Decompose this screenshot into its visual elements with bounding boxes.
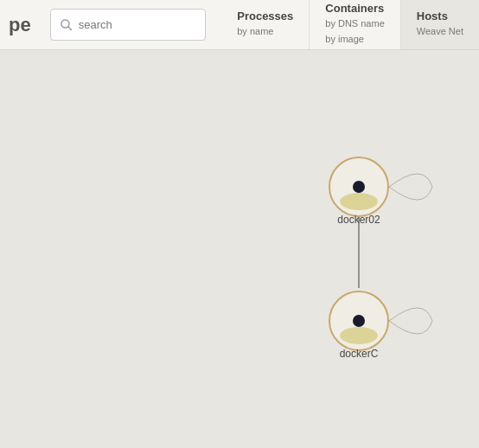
nav-section-title-processes: Processes: [237, 10, 293, 22]
svg-point-4: [353, 181, 365, 193]
nav-items: Processes by name Containers by DNS name…: [221, 0, 479, 49]
brand-text: pe: [9, 14, 31, 36]
nav-section-title-hosts: Hosts: [417, 10, 463, 22]
node-dockerC[interactable]: [329, 291, 432, 350]
nav-section-hosts[interactable]: Hosts Weave Net: [401, 0, 479, 49]
node-label-docker02: docker02: [337, 214, 380, 226]
svg-point-7: [353, 315, 365, 327]
nav-section-containers[interactable]: Containers by DNS name by image: [310, 0, 400, 49]
nav-section-sub-processes: by name: [237, 24, 293, 40]
node-label-dockerC: dockerC: [340, 348, 379, 360]
nav-section-sub-containers-dns: by DNS name: [325, 16, 384, 32]
search-container[interactable]: [50, 9, 206, 41]
brand-logo: pe: [0, 0, 40, 49]
svg-line-1: [68, 27, 72, 30]
search-icon: [60, 18, 73, 32]
nav-section-sub-containers-image: by image: [325, 32, 384, 48]
node-docker02[interactable]: [329, 157, 432, 216]
nav-section-processes[interactable]: Processes by name: [221, 0, 310, 49]
svg-point-3: [340, 193, 378, 210]
nav-section-sub-hosts-weave: Weave Net: [417, 24, 463, 40]
svg-point-0: [61, 20, 69, 28]
search-input[interactable]: [79, 18, 196, 31]
nav-section-title-containers: Containers: [325, 2, 384, 15]
svg-point-6: [340, 327, 378, 344]
navbar: pe Processes by name Containers by DNS n…: [0, 0, 479, 50]
main-content: docker02 dockerC: [0, 50, 479, 448]
graph-svg: docker02 dockerC: [0, 50, 479, 448]
